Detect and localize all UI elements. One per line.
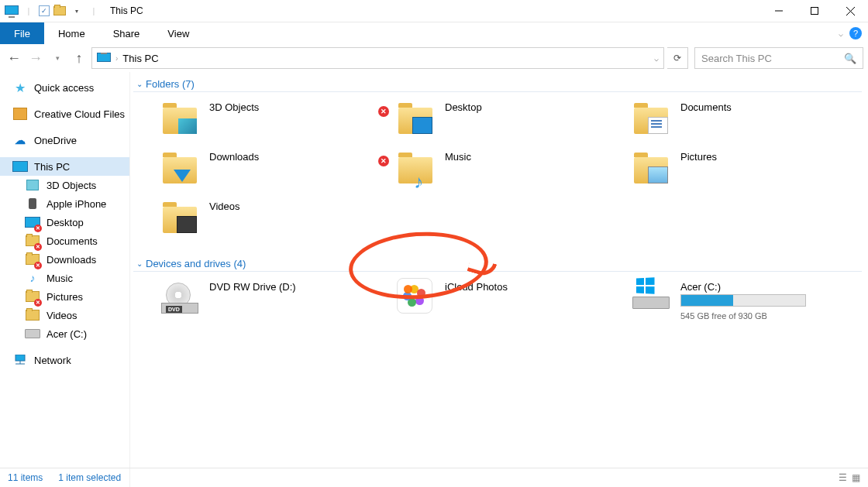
- sidebar-item-pictures[interactable]: ✕ Pictures: [0, 287, 129, 306]
- drive-label: iCloud Photos: [445, 278, 508, 293]
- sidebar-item-downloads[interactable]: ✕ Downloads: [0, 250, 129, 269]
- help-icon[interactable]: ?: [849, 27, 862, 39]
- file-tab[interactable]: File: [0, 22, 44, 44]
- recent-dropdown[interactable]: ▾: [48, 49, 67, 67]
- folder-label: Pictures: [680, 148, 717, 163]
- qat-dropdown-icon[interactable]: ▾: [70, 4, 84, 18]
- sidebar-item-label: Quick access: [34, 82, 94, 94]
- sidebar-item-videos[interactable]: Videos: [0, 306, 129, 324]
- network-icon: [12, 353, 28, 367]
- sidebar-item-apple-iphone[interactable]: Apple iPhone: [0, 194, 129, 213]
- dvd-drive-icon: DVD: [161, 278, 198, 315]
- address-text[interactable]: This PC: [122, 53, 158, 64]
- title-bar: | ✓ ▾ | This PC: [0, 0, 868, 22]
- qat-checkbox-icon[interactable]: ✓: [39, 5, 50, 16]
- folder-documents[interactable]: Documents: [632, 95, 868, 145]
- address-bar[interactable]: › This PC ⌵: [91, 47, 664, 69]
- sidebar-item-label: 3D Objects: [46, 180, 96, 191]
- folder-icon: ✕: [25, 252, 40, 266]
- sidebar-item-3d-objects[interactable]: 3D Objects: [0, 176, 129, 194]
- hard-drive-icon: [632, 278, 670, 315]
- folder-icon: ✕: [25, 290, 40, 304]
- sidebar-item-label: Videos: [46, 310, 78, 321]
- folder-desktop[interactable]: ✕ Desktop: [397, 95, 632, 145]
- chevron-right-icon[interactable]: ›: [115, 54, 118, 63]
- music-icon: ♪: [25, 271, 40, 285]
- drive-icloud-photos[interactable]: iCloud Photos: [397, 275, 632, 324]
- sidebar-item-label: Pictures: [46, 291, 83, 303]
- content-area: ⌄ Folders (7) 3D Objects ✕ Desktop Docum…: [130, 72, 868, 487]
- drive-dvd[interactable]: DVD DVD RW Drive (D:): [161, 275, 397, 324]
- folder-icon: [161, 197, 198, 235]
- sidebar-item-onedrive[interactable]: ☁OneDrive: [0, 131, 129, 149]
- up-button[interactable]: ↑: [70, 49, 88, 67]
- sidebar-item-label: Desktop: [46, 217, 84, 228]
- sidebar-item-desktop[interactable]: ✕ Desktop: [0, 213, 129, 231]
- forward-button[interactable]: →: [26, 49, 45, 67]
- folder-3d-objects[interactable]: 3D Objects: [161, 95, 397, 145]
- refresh-button[interactable]: ⟳: [667, 47, 688, 69]
- folder-label: Music: [445, 148, 471, 163]
- sidebar-item-network[interactable]: Network: [0, 351, 129, 369]
- monitor-icon: ✕: [25, 215, 40, 229]
- monitor-icon[interactable]: [5, 4, 19, 18]
- tab-view[interactable]: View: [153, 22, 203, 44]
- minimize-button[interactable]: [761, 0, 797, 22]
- star-icon: ★: [12, 81, 28, 94]
- qat-divider: |: [22, 4, 36, 18]
- folder-downloads[interactable]: Downloads: [161, 145, 397, 194]
- maximize-button[interactable]: [797, 0, 832, 22]
- onedrive-icon: ☁: [12, 133, 28, 147]
- sidebar-item-creative-cloud[interactable]: Creative Cloud Files: [0, 105, 129, 123]
- folder-icon: [632, 148, 670, 185]
- search-icon[interactable]: 🔍: [844, 53, 856, 64]
- tab-home[interactable]: Home: [44, 22, 99, 44]
- folder-small-icon[interactable]: [53, 4, 67, 18]
- details-view-icon[interactable]: ☰: [839, 472, 847, 483]
- folder-videos[interactable]: Videos: [161, 194, 397, 244]
- sidebar-item-label: OneDrive: [34, 135, 77, 146]
- ribbon-expand-icon[interactable]: ⌵: [839, 29, 843, 38]
- svg-rect-1: [811, 8, 818, 15]
- folder-icon: [25, 308, 40, 322]
- sidebar-item-label: Downloads: [46, 254, 96, 266]
- quick-access-toolbar: | ✓ ▾ |: [0, 4, 105, 18]
- sidebar-item-documents[interactable]: ✕ Documents: [0, 231, 129, 250]
- error-badge-icon: ✕: [378, 156, 389, 166]
- sidebar-item-music[interactable]: ♪ Music: [0, 269, 129, 287]
- tab-share[interactable]: Share: [99, 22, 154, 44]
- search-box[interactable]: Search This PC 🔍: [694, 47, 863, 69]
- close-button[interactable]: [832, 0, 868, 22]
- folder-label: Desktop: [445, 98, 482, 113]
- sidebar-item-label: Network: [34, 355, 71, 366]
- sidebar-item-label: Music: [46, 273, 73, 284]
- drive-icon: [25, 327, 40, 341]
- sidebar-item-quick-access[interactable]: ★Quick access: [0, 78, 129, 97]
- storage-free-text: 545 GB free of 930 GB: [680, 311, 806, 321]
- window-controls: [761, 0, 868, 22]
- folder-music[interactable]: ✕ ♪ Music: [397, 145, 632, 194]
- creative-cloud-icon: [12, 107, 28, 121]
- sidebar-item-label: Documents: [46, 235, 98, 247]
- folder-icon: [161, 148, 198, 185]
- folder-label: 3D Objects: [209, 98, 259, 113]
- address-dropdown-icon[interactable]: ⌵: [654, 54, 659, 63]
- drive-acer-c[interactable]: Acer (C:) 545 GB free of 930 GB: [632, 275, 868, 324]
- folder-icon: ✕: [25, 234, 40, 248]
- sidebar-item-acer-c-[interactable]: Acer (C:): [0, 324, 129, 343]
- sidebar-item-this-pc[interactable]: This PC: [0, 157, 129, 176]
- status-selected-count: 1 item selected: [58, 472, 121, 483]
- monitor-icon: [12, 159, 28, 173]
- icloud-photos-icon: [397, 278, 434, 315]
- folder-pictures[interactable]: Pictures: [632, 145, 868, 194]
- error-badge-icon: ✕: [378, 106, 389, 117]
- folder-icon: ♪: [397, 148, 434, 185]
- section-title: Folders (7): [146, 78, 195, 90]
- thumbnails-view-icon[interactable]: ▦: [852, 472, 860, 483]
- qat-separator: |: [87, 4, 101, 18]
- section-header-drives[interactable]: ⌄ Devices and drives (4): [133, 256, 862, 272]
- folder-label: Videos: [209, 197, 240, 212]
- back-button[interactable]: ←: [5, 49, 23, 67]
- section-header-folders[interactable]: ⌄ Folders (7): [133, 77, 862, 92]
- folder-icon: [397, 98, 434, 135]
